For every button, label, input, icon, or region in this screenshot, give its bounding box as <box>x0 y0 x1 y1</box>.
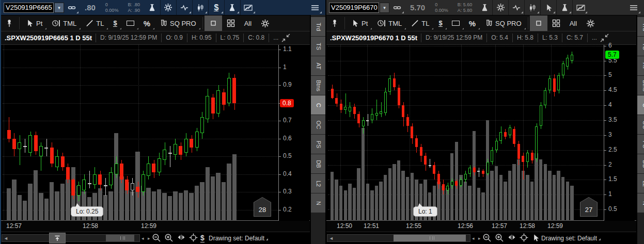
side-tab-trd[interactable]: Trd <box>637 17 644 36</box>
symbol-dropdown-button[interactable]: ▾ <box>380 3 389 13</box>
analyze-flask-icon[interactable] <box>477 0 492 15</box>
chart-style-candles-icon[interactable] <box>193 0 208 15</box>
crosshair-icon[interactable] <box>189 233 198 242</box>
analyze-flask-icon[interactable] <box>145 0 160 15</box>
sq-pro-button[interactable]: SQ PRO <box>155 15 201 31</box>
rectangle-tool-button[interactable] <box>122 15 139 31</box>
show-all-button[interactable]: All <box>240 15 256 31</box>
side-tab-trd[interactable]: Trd <box>311 17 325 36</box>
side-tab-btns[interactable]: Btns <box>637 76 644 95</box>
show-all-button[interactable]: All <box>565 15 582 31</box>
settings-gear-icon[interactable] <box>161 0 176 15</box>
side-tab-ps[interactable]: PS <box>637 135 644 154</box>
zoom-out-icon[interactable] <box>482 233 492 242</box>
candlestick-plot[interactable]: 28 <box>3 45 278 221</box>
studies-pulse-icon[interactable] <box>509 0 524 15</box>
timeline-tool-button[interactable]: TML <box>372 15 406 31</box>
symbol-input[interactable]: V250919P6665 <box>4 3 54 13</box>
bar-count-badge: 28 <box>254 197 271 217</box>
symbol-dropdown-button[interactable]: ▾ <box>54 3 64 13</box>
trendline-tool-button[interactable]: TL <box>81 15 108 31</box>
side-tab-btns[interactable]: Btns <box>311 76 325 95</box>
collapse-arrows-icon[interactable] <box>600 34 609 42</box>
pointer-tool-button[interactable]: Pt <box>347 15 372 31</box>
crosshair-icon[interactable] <box>520 233 528 242</box>
studies-pulse-icon[interactable] <box>177 0 192 15</box>
side-tab-l2[interactable]: L2 <box>311 174 325 193</box>
collapse-arrows-icon[interactable] <box>281 34 290 42</box>
percent-tool-button[interactable]: % <box>464 15 480 31</box>
candle-body <box>184 139 188 153</box>
layout-grid-button[interactable] <box>547 15 565 31</box>
side-tab-c[interactable]: C <box>637 95 644 115</box>
link-icon[interactable] <box>64 0 80 15</box>
layout-single-button[interactable] <box>530 15 547 31</box>
scroll-to-latest-button[interactable] <box>49 233 66 243</box>
chart-area[interactable]: 28 1.110.90.80.70.60.50.40.30.20.8 Lo: 0… <box>1 45 325 221</box>
link-icon[interactable] <box>389 0 405 15</box>
time-scrollbar-handle[interactable] <box>394 235 466 241</box>
pin-toolbar-button[interactable] <box>1 15 18 31</box>
percent-tool-button[interactable]: % <box>139 15 155 31</box>
zoom-in-icon[interactable] <box>495 233 504 242</box>
price-axis[interactable]: 1.110.90.80.70.60.50.40.30.20.8 <box>278 45 309 221</box>
step-left-arrow[interactable]: ◂ <box>142 236 144 241</box>
time-axis[interactable]: 12:5712:5812:59 <box>1 221 325 232</box>
chart-area[interactable]: 27 65.554.543.532.521.510.55.7 Lo: 1 <box>326 45 644 221</box>
side-tab-ts[interactable]: TS <box>637 37 644 56</box>
analyze-tools-flask-icon[interactable] <box>225 0 240 15</box>
price-axis[interactable]: 65.554.543.532.521.510.55.7 <box>604 45 635 221</box>
layout-single-button[interactable] <box>205 15 222 31</box>
side-tab-at[interactable]: AT <box>637 56 644 75</box>
trendline-tool-button[interactable]: TL <box>406 15 434 31</box>
pin-toolbar-button[interactable] <box>326 15 343 31</box>
side-tab-oc[interactable]: OC <box>311 115 325 134</box>
side-tab-ps[interactable]: PS <box>311 135 325 154</box>
rectangle-tool-button[interactable] <box>447 15 464 31</box>
side-tab-db[interactable]: DB <box>637 154 644 173</box>
pointer-tool-button[interactable]: Pt <box>21 15 47 31</box>
step-right-arrow[interactable]: ▸ <box>148 236 150 241</box>
drawing-set-selector[interactable]: Drawing set: Default <box>541 235 601 242</box>
toolbar-settings-gear-icon[interactable] <box>256 15 274 31</box>
drawing-set-selector[interactable]: Drawing set: Default <box>209 235 268 242</box>
side-tab-ts[interactable]: TS <box>311 37 325 56</box>
expand-horizontal-icon[interactable] <box>507 233 516 241</box>
side-tab-oc[interactable]: OC <box>637 115 644 134</box>
candlestick-plot[interactable]: 27 <box>328 45 604 221</box>
patterns-icon[interactable] <box>573 0 588 15</box>
menu-hamburger-icon[interactable] <box>307 0 323 15</box>
step-right-arrow[interactable]: ▸ <box>478 236 481 241</box>
chart-style-candles-icon[interactable] <box>525 0 540 15</box>
side-tab-n[interactable]: N <box>637 193 644 213</box>
timeline-tool-button[interactable]: TML <box>47 15 81 31</box>
time-axis[interactable]: 12:5012:5112:5512:5612:5712:5812:59 <box>326 221 644 232</box>
step-left-arrow[interactable]: ◂ <box>472 236 475 241</box>
zoom-out-icon[interactable] <box>152 233 161 242</box>
cursor-mode-icon[interactable] <box>532 234 540 242</box>
price-level-tool-button[interactable]: $ <box>108 15 121 31</box>
scroll-left-arrow[interactable]: ◄ <box>329 236 334 241</box>
layout-grid-button[interactable] <box>222 15 240 31</box>
time-scrollbar-handle[interactable] <box>106 235 134 241</box>
side-tab-n[interactable]: N <box>311 193 325 213</box>
price-tools-dollar-icon[interactable]: $ <box>209 0 224 15</box>
side-tab-c[interactable]: C <box>311 95 325 115</box>
toolbar-settings-gear-icon[interactable] <box>582 15 600 31</box>
menu-hamburger-icon[interactable] <box>626 0 641 15</box>
scroll-left-arrow[interactable]: ◄ <box>4 236 8 241</box>
volume-bar <box>339 186 343 221</box>
zoom-in-icon[interactable] <box>164 233 174 242</box>
sq-pro-button[interactable]: SQ PRO <box>480 15 526 31</box>
patterns-icon[interactable] <box>241 0 256 15</box>
expand-horizontal-icon[interactable] <box>177 233 186 241</box>
settings-gear-icon[interactable] <box>493 0 508 15</box>
cursor-tool-icon[interactable] <box>541 0 556 15</box>
dollar-mode-icon[interactable]: $ <box>200 234 205 242</box>
symbol-input[interactable]: V250919P6670 <box>329 3 379 13</box>
side-tab-db[interactable]: DB <box>311 154 325 173</box>
price-level-tool-button[interactable]: $ <box>434 15 447 31</box>
analyze-tools-flask-icon[interactable] <box>557 0 572 15</box>
side-tab-at[interactable]: AT <box>311 56 325 75</box>
side-tab-l2[interactable]: L2 <box>637 174 644 193</box>
